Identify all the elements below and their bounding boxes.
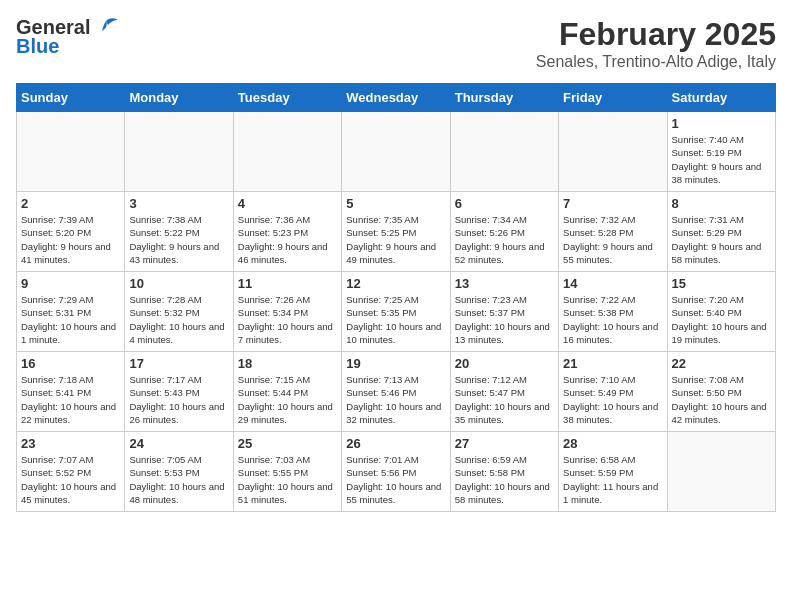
day-number: 9 bbox=[21, 276, 120, 291]
day-detail: Sunrise: 7:25 AM Sunset: 5:35 PM Dayligh… bbox=[346, 293, 445, 346]
day-detail: Sunrise: 7:36 AM Sunset: 5:23 PM Dayligh… bbox=[238, 213, 337, 266]
calendar-cell: 27Sunrise: 6:59 AM Sunset: 5:58 PM Dayli… bbox=[450, 432, 558, 512]
day-number: 24 bbox=[129, 436, 228, 451]
day-detail: Sunrise: 7:12 AM Sunset: 5:47 PM Dayligh… bbox=[455, 373, 554, 426]
calendar-cell: 7Sunrise: 7:32 AM Sunset: 5:28 PM Daylig… bbox=[559, 192, 667, 272]
calendar-cell: 3Sunrise: 7:38 AM Sunset: 5:22 PM Daylig… bbox=[125, 192, 233, 272]
day-detail: Sunrise: 7:22 AM Sunset: 5:38 PM Dayligh… bbox=[563, 293, 662, 346]
calendar-cell bbox=[667, 432, 775, 512]
day-number: 13 bbox=[455, 276, 554, 291]
day-detail: Sunrise: 7:13 AM Sunset: 5:46 PM Dayligh… bbox=[346, 373, 445, 426]
day-number: 10 bbox=[129, 276, 228, 291]
calendar-cell bbox=[125, 112, 233, 192]
calendar-cell bbox=[450, 112, 558, 192]
calendar-cell bbox=[233, 112, 341, 192]
header: General Blue February 2025 Senales, Tren… bbox=[16, 16, 776, 71]
calendar-week-5: 23Sunrise: 7:07 AM Sunset: 5:52 PM Dayli… bbox=[17, 432, 776, 512]
calendar-cell: 21Sunrise: 7:10 AM Sunset: 5:49 PM Dayli… bbox=[559, 352, 667, 432]
day-number: 11 bbox=[238, 276, 337, 291]
calendar-cell: 23Sunrise: 7:07 AM Sunset: 5:52 PM Dayli… bbox=[17, 432, 125, 512]
day-detail: Sunrise: 7:08 AM Sunset: 5:50 PM Dayligh… bbox=[672, 373, 771, 426]
calendar-cell: 12Sunrise: 7:25 AM Sunset: 5:35 PM Dayli… bbox=[342, 272, 450, 352]
day-detail: Sunrise: 7:07 AM Sunset: 5:52 PM Dayligh… bbox=[21, 453, 120, 506]
calendar-cell: 9Sunrise: 7:29 AM Sunset: 5:31 PM Daylig… bbox=[17, 272, 125, 352]
calendar-header-thursday: Thursday bbox=[450, 84, 558, 112]
day-number: 2 bbox=[21, 196, 120, 211]
day-number: 27 bbox=[455, 436, 554, 451]
calendar-cell: 22Sunrise: 7:08 AM Sunset: 5:50 PM Dayli… bbox=[667, 352, 775, 432]
calendar-header-saturday: Saturday bbox=[667, 84, 775, 112]
day-detail: Sunrise: 7:35 AM Sunset: 5:25 PM Dayligh… bbox=[346, 213, 445, 266]
day-number: 20 bbox=[455, 356, 554, 371]
calendar-cell: 5Sunrise: 7:35 AM Sunset: 5:25 PM Daylig… bbox=[342, 192, 450, 272]
day-number: 26 bbox=[346, 436, 445, 451]
day-number: 8 bbox=[672, 196, 771, 211]
day-detail: Sunrise: 7:29 AM Sunset: 5:31 PM Dayligh… bbox=[21, 293, 120, 346]
day-detail: Sunrise: 7:01 AM Sunset: 5:56 PM Dayligh… bbox=[346, 453, 445, 506]
logo: General Blue bbox=[16, 16, 120, 58]
calendar-header-monday: Monday bbox=[125, 84, 233, 112]
day-detail: Sunrise: 7:28 AM Sunset: 5:32 PM Dayligh… bbox=[129, 293, 228, 346]
calendar-week-3: 9Sunrise: 7:29 AM Sunset: 5:31 PM Daylig… bbox=[17, 272, 776, 352]
day-detail: Sunrise: 7:17 AM Sunset: 5:43 PM Dayligh… bbox=[129, 373, 228, 426]
day-number: 28 bbox=[563, 436, 662, 451]
day-detail: Sunrise: 6:59 AM Sunset: 5:58 PM Dayligh… bbox=[455, 453, 554, 506]
day-number: 1 bbox=[672, 116, 771, 131]
month-year-title: February 2025 bbox=[536, 16, 776, 53]
day-number: 17 bbox=[129, 356, 228, 371]
calendar-cell: 18Sunrise: 7:15 AM Sunset: 5:44 PM Dayli… bbox=[233, 352, 341, 432]
day-number: 22 bbox=[672, 356, 771, 371]
day-number: 25 bbox=[238, 436, 337, 451]
calendar-cell: 14Sunrise: 7:22 AM Sunset: 5:38 PM Dayli… bbox=[559, 272, 667, 352]
location-subtitle: Senales, Trentino-Alto Adige, Italy bbox=[536, 53, 776, 71]
day-number: 16 bbox=[21, 356, 120, 371]
day-detail: Sunrise: 6:58 AM Sunset: 5:59 PM Dayligh… bbox=[563, 453, 662, 506]
calendar-cell: 17Sunrise: 7:17 AM Sunset: 5:43 PM Dayli… bbox=[125, 352, 233, 432]
title-area: February 2025 Senales, Trentino-Alto Adi… bbox=[536, 16, 776, 71]
calendar-cell: 6Sunrise: 7:34 AM Sunset: 5:26 PM Daylig… bbox=[450, 192, 558, 272]
day-detail: Sunrise: 7:26 AM Sunset: 5:34 PM Dayligh… bbox=[238, 293, 337, 346]
day-number: 19 bbox=[346, 356, 445, 371]
calendar-table: SundayMondayTuesdayWednesdayThursdayFrid… bbox=[16, 83, 776, 512]
day-number: 4 bbox=[238, 196, 337, 211]
calendar-cell: 16Sunrise: 7:18 AM Sunset: 5:41 PM Dayli… bbox=[17, 352, 125, 432]
calendar-cell: 28Sunrise: 6:58 AM Sunset: 5:59 PM Dayli… bbox=[559, 432, 667, 512]
calendar-cell: 11Sunrise: 7:26 AM Sunset: 5:34 PM Dayli… bbox=[233, 272, 341, 352]
day-detail: Sunrise: 7:34 AM Sunset: 5:26 PM Dayligh… bbox=[455, 213, 554, 266]
calendar-cell bbox=[342, 112, 450, 192]
calendar-cell: 19Sunrise: 7:13 AM Sunset: 5:46 PM Dayli… bbox=[342, 352, 450, 432]
day-number: 12 bbox=[346, 276, 445, 291]
logo-blue: Blue bbox=[16, 35, 59, 58]
calendar-cell: 10Sunrise: 7:28 AM Sunset: 5:32 PM Dayli… bbox=[125, 272, 233, 352]
day-number: 21 bbox=[563, 356, 662, 371]
calendar-cell: 8Sunrise: 7:31 AM Sunset: 5:29 PM Daylig… bbox=[667, 192, 775, 272]
day-detail: Sunrise: 7:18 AM Sunset: 5:41 PM Dayligh… bbox=[21, 373, 120, 426]
day-number: 5 bbox=[346, 196, 445, 211]
day-number: 15 bbox=[672, 276, 771, 291]
logo-bird-icon bbox=[92, 17, 120, 39]
day-number: 6 bbox=[455, 196, 554, 211]
calendar-cell: 26Sunrise: 7:01 AM Sunset: 5:56 PM Dayli… bbox=[342, 432, 450, 512]
calendar-week-2: 2Sunrise: 7:39 AM Sunset: 5:20 PM Daylig… bbox=[17, 192, 776, 272]
day-number: 3 bbox=[129, 196, 228, 211]
day-detail: Sunrise: 7:32 AM Sunset: 5:28 PM Dayligh… bbox=[563, 213, 662, 266]
day-detail: Sunrise: 7:15 AM Sunset: 5:44 PM Dayligh… bbox=[238, 373, 337, 426]
calendar-header-wednesday: Wednesday bbox=[342, 84, 450, 112]
day-detail: Sunrise: 7:38 AM Sunset: 5:22 PM Dayligh… bbox=[129, 213, 228, 266]
calendar-header-friday: Friday bbox=[559, 84, 667, 112]
day-number: 7 bbox=[563, 196, 662, 211]
day-detail: Sunrise: 7:03 AM Sunset: 5:55 PM Dayligh… bbox=[238, 453, 337, 506]
calendar-cell: 24Sunrise: 7:05 AM Sunset: 5:53 PM Dayli… bbox=[125, 432, 233, 512]
calendar-cell: 13Sunrise: 7:23 AM Sunset: 5:37 PM Dayli… bbox=[450, 272, 558, 352]
calendar-cell: 4Sunrise: 7:36 AM Sunset: 5:23 PM Daylig… bbox=[233, 192, 341, 272]
day-detail: Sunrise: 7:10 AM Sunset: 5:49 PM Dayligh… bbox=[563, 373, 662, 426]
calendar-cell bbox=[17, 112, 125, 192]
calendar-header-sunday: Sunday bbox=[17, 84, 125, 112]
day-detail: Sunrise: 7:05 AM Sunset: 5:53 PM Dayligh… bbox=[129, 453, 228, 506]
day-number: 18 bbox=[238, 356, 337, 371]
day-detail: Sunrise: 7:31 AM Sunset: 5:29 PM Dayligh… bbox=[672, 213, 771, 266]
day-detail: Sunrise: 7:20 AM Sunset: 5:40 PM Dayligh… bbox=[672, 293, 771, 346]
calendar-cell: 20Sunrise: 7:12 AM Sunset: 5:47 PM Dayli… bbox=[450, 352, 558, 432]
calendar-cell: 2Sunrise: 7:39 AM Sunset: 5:20 PM Daylig… bbox=[17, 192, 125, 272]
calendar-header-row: SundayMondayTuesdayWednesdayThursdayFrid… bbox=[17, 84, 776, 112]
